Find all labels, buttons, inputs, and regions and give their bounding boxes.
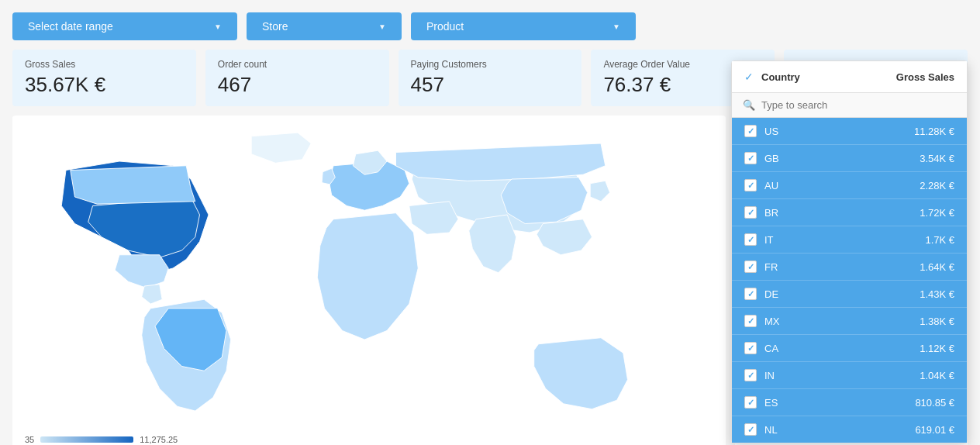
- date-range-button[interactable]: Select date range ▼: [12, 12, 237, 40]
- country-name-mx: MX: [764, 316, 920, 327]
- store-label: Store: [262, 20, 288, 33]
- metric-card-0: Gross Sales35.67K €: [12, 50, 196, 106]
- map-section: 35 11,275.25: [12, 116, 726, 445]
- country-list: US11.28K €GB3.54K €AU2.28K €BR1.72K €IT1…: [732, 118, 967, 443]
- country-row-fr[interactable]: FR1.64K €: [732, 254, 967, 281]
- metric-label-1: Order count: [218, 59, 377, 70]
- country-row-nl[interactable]: NL619.01 €: [732, 416, 967, 443]
- country-row-ca[interactable]: CA1.12K €: [732, 335, 967, 362]
- country-sales-in: 1.04K €: [920, 370, 954, 381]
- country-check-gb[interactable]: [744, 152, 757, 164]
- country-sales-mx: 1.38K €: [920, 316, 954, 327]
- metric-label-2: Paying Customers: [411, 59, 570, 70]
- product-arrow-icon: ▼: [612, 22, 620, 31]
- country-name-fr: FR: [764, 261, 920, 273]
- country-dropdown: ✓ Country Gross Sales 🔍 US11.28K €GB3.54…: [731, 60, 968, 443]
- country-name-es: ES: [764, 397, 915, 409]
- date-range-label: Select date range: [28, 20, 113, 33]
- country-check-in[interactable]: [744, 369, 757, 381]
- legend-min: 35: [25, 435, 34, 444]
- country-name-nl: NL: [764, 424, 915, 436]
- dropdown-header: ✓ Country Gross Sales: [732, 61, 967, 93]
- country-name-br: BR: [764, 207, 920, 219]
- country-sales-es: 810.85 €: [915, 397, 954, 409]
- header-check-icon: ✓: [744, 71, 754, 83]
- search-icon: 🔍: [743, 99, 755, 111]
- country-name-it: IT: [764, 234, 925, 246]
- metric-value-1: 467: [218, 73, 377, 97]
- country-sales-gb: 3.54K €: [920, 153, 954, 164]
- country-sales-de: 1.43K €: [920, 288, 954, 300]
- metric-value-0: 35.67K €: [25, 73, 184, 97]
- legend-max: 11,275.25: [140, 435, 178, 444]
- country-sales-nl: 619.01 €: [915, 424, 954, 436]
- country-sales-it: 1.7K €: [925, 234, 954, 246]
- country-check-fr[interactable]: [744, 260, 757, 273]
- search-row: 🔍: [732, 93, 967, 118]
- country-check-br[interactable]: [744, 206, 757, 219]
- country-check-it[interactable]: [744, 233, 757, 246]
- main-container: Select date range ▼ Store ▼ Product ▼ ✓ …: [0, 0, 980, 445]
- country-row-br[interactable]: BR1.72K €: [732, 199, 967, 226]
- country-row-it[interactable]: IT1.7K €: [732, 226, 967, 254]
- legend-gradient-bar: [40, 436, 133, 443]
- map-legend: 35 11,275.25: [25, 435, 178, 444]
- product-label: Product: [426, 20, 464, 33]
- store-button[interactable]: Store ▼: [247, 12, 402, 40]
- country-check-us[interactable]: [744, 125, 757, 137]
- store-arrow-icon: ▼: [378, 22, 386, 31]
- country-check-mx[interactable]: [744, 315, 757, 327]
- country-sales-us: 11.28K €: [914, 126, 954, 137]
- country-name-de: DE: [764, 288, 920, 300]
- country-row-de[interactable]: DE1.43K €: [732, 281, 967, 308]
- country-row-us[interactable]: US11.28K €: [732, 118, 967, 145]
- country-sales-ca: 1.12K €: [920, 343, 954, 354]
- country-check-ca[interactable]: [744, 342, 757, 354]
- country-name-au: AU: [764, 180, 920, 191]
- product-button[interactable]: Product ▼: [411, 12, 636, 40]
- metric-card-2: Paying Customers457: [399, 50, 582, 106]
- metric-card-1: Order count467: [205, 50, 389, 106]
- country-name-in: IN: [764, 370, 920, 381]
- top-filters: Select date range ▼ Store ▼ Product ▼ ✓ …: [12, 12, 968, 40]
- country-check-de[interactable]: [744, 288, 757, 300]
- country-name-us: US: [764, 126, 914, 137]
- metric-label-0: Gross Sales: [25, 59, 184, 70]
- country-check-au[interactable]: [744, 179, 757, 191]
- country-check-es[interactable]: [744, 396, 757, 409]
- dropdown-sales-header: Gross Sales: [896, 71, 954, 83]
- metric-value-2: 457: [411, 73, 570, 97]
- country-sales-au: 2.28K €: [920, 180, 954, 191]
- country-search-input[interactable]: [761, 99, 956, 111]
- country-row-au[interactable]: AU2.28K €: [732, 172, 967, 199]
- country-row-mx[interactable]: MX1.38K €: [732, 308, 967, 335]
- country-row-gb[interactable]: GB3.54K €: [732, 145, 967, 172]
- country-row-in[interactable]: IN1.04K €: [732, 362, 967, 389]
- world-map: [12, 116, 726, 445]
- dropdown-country-header: Country: [761, 71, 896, 83]
- country-check-nl[interactable]: [744, 423, 757, 436]
- country-name-ca: CA: [764, 343, 920, 354]
- country-name-gb: GB: [764, 153, 920, 164]
- date-range-arrow-icon: ▼: [214, 22, 222, 31]
- country-row-es[interactable]: ES810.85 €: [732, 389, 967, 416]
- country-sales-br: 1.72K €: [920, 207, 954, 219]
- country-sales-fr: 1.64K €: [920, 261, 954, 273]
